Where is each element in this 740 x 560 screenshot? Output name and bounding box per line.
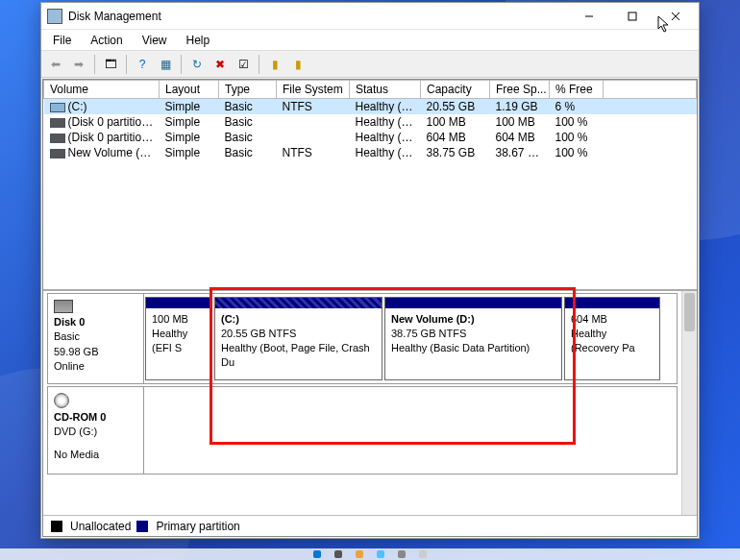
menu-action[interactable]: Action bbox=[83, 32, 130, 49]
menubar: File Action View Help bbox=[41, 30, 699, 51]
refresh-button[interactable]: ↻ bbox=[186, 54, 208, 75]
window-title: Disk Management bbox=[68, 10, 567, 23]
col-capacity[interactable]: Capacity bbox=[421, 81, 490, 99]
drive-icon bbox=[50, 134, 65, 143]
volume-row[interactable]: (C:)SimpleBasicNTFSHealthy (B...20.55 GB… bbox=[44, 99, 697, 115]
col-type[interactable]: Type bbox=[219, 81, 277, 99]
hdd-icon bbox=[54, 300, 73, 313]
scrollbar-thumb[interactable] bbox=[684, 293, 695, 331]
legend: Unallocated Primary partition bbox=[43, 515, 697, 536]
forward-button[interactable]: ➡ bbox=[68, 54, 89, 75]
properties-button[interactable]: ☑ bbox=[233, 54, 254, 75]
taskbar[interactable] bbox=[0, 548, 740, 560]
menu-file[interactable]: File bbox=[45, 32, 79, 49]
col-volume[interactable]: Volume bbox=[44, 81, 160, 99]
drive-icon bbox=[50, 103, 65, 112]
taskbar-item[interactable] bbox=[313, 550, 321, 558]
column-headers[interactable]: Volume Layout Type File System Status Ca… bbox=[44, 81, 697, 99]
cdrom-row[interactable]: CD-ROM 0 DVD (G:) No Media bbox=[47, 386, 678, 475]
app-icon bbox=[47, 9, 62, 24]
volume-list[interactable]: Volume Layout Type File System Status Ca… bbox=[43, 80, 697, 291]
maximize-button[interactable] bbox=[610, 3, 654, 30]
taskbar-item[interactable] bbox=[356, 550, 363, 558]
menu-view[interactable]: View bbox=[135, 32, 175, 49]
up-button[interactable]: 🗔 bbox=[100, 54, 121, 75]
col-layout[interactable]: Layout bbox=[160, 81, 219, 99]
titlebar[interactable]: Disk Management bbox=[41, 3, 699, 30]
partition-block[interactable]: 100 MBHealthy (EFI S bbox=[145, 297, 212, 380]
menu-help[interactable]: Help bbox=[179, 32, 218, 49]
taskbar-item[interactable] bbox=[398, 550, 406, 558]
graphical-view[interactable]: Disk 0 Basic 59.98 GB Online 100 MBHealt… bbox=[43, 291, 681, 515]
volume-row[interactable]: New Volume (D:)SimpleBasicNTFSHealthy (B… bbox=[44, 145, 697, 160]
disk0-row[interactable]: Disk 0 Basic 59.98 GB Online 100 MBHealt… bbox=[47, 293, 678, 384]
legend-primary: Primary partition bbox=[156, 520, 239, 533]
toolbar: ⬅ ➡ 🗔 ? ▦ ↻ ✖ ☑ ▮ ▮ bbox=[41, 51, 699, 78]
col-pctfree[interactable]: % Free bbox=[550, 81, 604, 99]
action1-button[interactable]: ▮ bbox=[264, 54, 285, 75]
col-free[interactable]: Free Sp... bbox=[490, 81, 550, 99]
drive-icon bbox=[50, 118, 65, 128]
taskbar-item[interactable] bbox=[334, 550, 342, 558]
volume-row[interactable]: (Disk 0 partition 5)SimpleBasicHealthy (… bbox=[44, 130, 697, 145]
close-button[interactable] bbox=[654, 3, 697, 30]
partition-block[interactable]: (C:)20.55 GB NTFSHealthy (Boot, Page Fil… bbox=[214, 297, 382, 380]
help-icon[interactable]: ? bbox=[132, 54, 153, 75]
action2-button[interactable]: ▮ bbox=[287, 54, 308, 75]
views-button[interactable]: ▦ bbox=[155, 54, 176, 75]
minimize-button[interactable] bbox=[567, 3, 610, 30]
cd-icon bbox=[54, 393, 69, 408]
col-filesystem[interactable]: File System bbox=[277, 81, 350, 99]
disk0-label[interactable]: Disk 0 Basic 59.98 GB Online bbox=[48, 294, 144, 383]
volume-row[interactable]: (Disk 0 partition 1)SimpleBasicHealthy (… bbox=[44, 114, 697, 130]
drive-icon bbox=[50, 149, 65, 158]
disk-management-window: Disk Management File Action View Help ⬅ … bbox=[40, 2, 700, 539]
legend-unallocated: Unallocated bbox=[70, 520, 131, 533]
taskbar-item[interactable] bbox=[419, 550, 427, 558]
taskbar-item[interactable] bbox=[377, 550, 384, 558]
vertical-scrollbar[interactable] bbox=[681, 291, 697, 515]
cdrom-label[interactable]: CD-ROM 0 DVD (G:) No Media bbox=[48, 387, 144, 474]
delete-button[interactable]: ✖ bbox=[210, 54, 231, 75]
svg-rect-1 bbox=[629, 12, 636, 20]
col-status[interactable]: Status bbox=[350, 81, 421, 99]
partition-block[interactable]: New Volume (D:)38.75 GB NTFSHealthy (Bas… bbox=[384, 297, 562, 380]
back-button[interactable]: ⬅ bbox=[45, 54, 66, 75]
partition-block[interactable]: 604 MBHealthy (Recovery Pa bbox=[564, 297, 660, 380]
swatch-primary bbox=[136, 521, 148, 532]
swatch-unallocated bbox=[51, 521, 62, 532]
